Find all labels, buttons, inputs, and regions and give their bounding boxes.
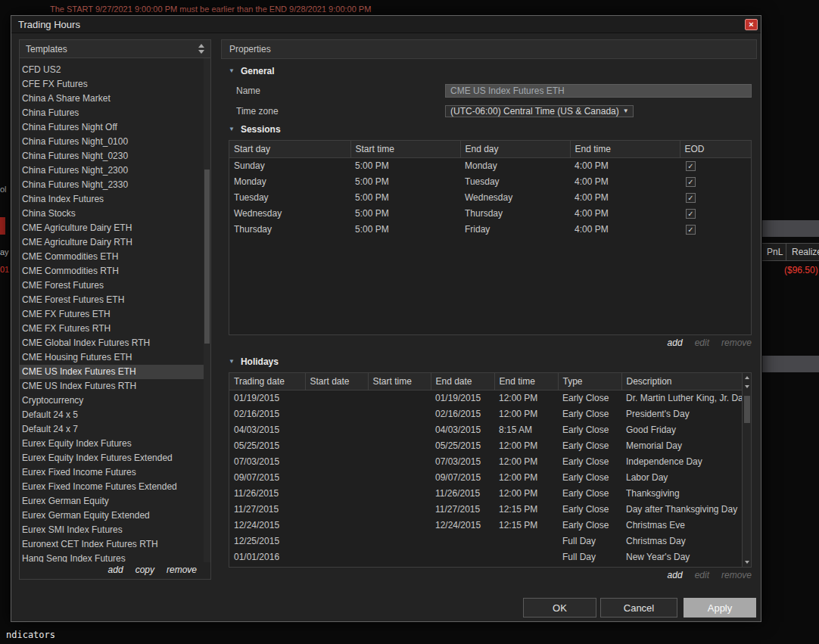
template-item[interactable]: CME Forest Futures xyxy=(20,278,210,293)
holiday-row[interactable]: 09/07/201509/07/201512:00 PMEarly CloseL… xyxy=(229,469,743,485)
template-item[interactable]: Default 24 x 5 xyxy=(20,408,210,422)
sessions-section-header[interactable]: ▼ Sessions xyxy=(229,124,757,135)
templates-spinner[interactable] xyxy=(198,44,206,54)
indicators-tab[interactable]: ndicators xyxy=(6,630,55,640)
template-item[interactable]: CME US Index Futures ETH xyxy=(20,365,210,379)
template-item[interactable]: CME Commodities RTH xyxy=(20,264,210,278)
dialog-titlebar[interactable]: Trading Hours xyxy=(11,16,761,33)
template-item[interactable]: CME Agriculture Dairy RTH xyxy=(20,235,210,250)
holidays-section-header[interactable]: ▼ Holidays xyxy=(229,356,757,367)
template-item[interactable]: Hang Seng Index Futures xyxy=(20,552,210,562)
template-item[interactable]: China Futures Night Off xyxy=(20,120,210,135)
holidays-edit-link: edit xyxy=(695,570,709,580)
sessions-section-label: Sessions xyxy=(241,124,281,135)
holiday-row[interactable]: 12/25/2015Full DayChristmas Day xyxy=(229,533,743,549)
holiday-row-column-header: Description xyxy=(621,373,743,390)
template-item[interactable]: Default 24 x 7 xyxy=(20,422,210,437)
scroll-down-icon[interactable] xyxy=(743,382,751,391)
template-item[interactable]: Eurex Fixed Income Futures xyxy=(20,465,210,480)
holidays-scrollbar-thumb[interactable] xyxy=(744,396,750,423)
template-item[interactable]: China Stocks xyxy=(20,207,210,221)
timezone-select[interactable]: (UTC-06:00) Central Time (US & Canada) ▼ xyxy=(445,105,634,117)
dialog-buttons: OK Cancel Apply xyxy=(523,598,756,618)
tpl-add-link[interactable]: add xyxy=(108,565,123,575)
template-item[interactable]: China Futures Night_2330 xyxy=(20,178,210,192)
background-panel-bar xyxy=(762,356,819,372)
template-item[interactable]: Eurex German Equity Extended xyxy=(20,509,210,523)
tpl-copy-link[interactable]: copy xyxy=(135,565,154,575)
eod-checkbox[interactable]: ✓ xyxy=(686,225,696,235)
template-item[interactable]: China Futures Night_0230 xyxy=(20,149,210,163)
templates-scrollbar[interactable] xyxy=(204,58,210,562)
holiday-row[interactable]: 11/26/201511/26/201512:00 PMEarly CloseT… xyxy=(229,485,743,501)
close-icon[interactable]: × xyxy=(745,19,758,30)
template-item[interactable]: CFD US2 xyxy=(20,63,210,77)
background-text-fragment: 01 xyxy=(0,265,10,274)
scroll-down-icon[interactable] xyxy=(743,558,751,567)
holiday-row[interactable]: 12/24/201512/24/201512:15 PMEarly CloseC… xyxy=(229,517,743,533)
template-item[interactable]: CME Agriculture Dairy ETH xyxy=(20,221,210,235)
holidays-scrollbar[interactable] xyxy=(742,373,751,567)
template-item[interactable]: China Futures Night_2300 xyxy=(20,163,210,178)
template-item[interactable]: Eurex SMI Index Futures xyxy=(20,523,210,537)
holiday-row[interactable]: 05/25/201505/25/201512:00 PMEarly CloseM… xyxy=(229,437,743,453)
template-item[interactable]: CME Global Index Futures RTH xyxy=(20,336,210,350)
holiday-row[interactable]: 11/27/201511/27/201512:15 PMEarly CloseD… xyxy=(229,501,743,517)
session-row[interactable]: Wednesday5:00 PMThursday4:00 PM✓ xyxy=(229,205,751,221)
holidays-add-link[interactable]: add xyxy=(668,570,683,580)
template-item[interactable]: China A Share Market xyxy=(20,92,210,106)
session-row[interactable]: Monday5:00 PMTuesday4:00 PM✓ xyxy=(229,173,751,189)
spin-down-icon[interactable] xyxy=(198,50,204,54)
collapse-arrow-icon[interactable]: ▼ xyxy=(229,126,235,132)
template-item[interactable]: CFE FX Futures xyxy=(20,77,210,92)
templates-header-label: Templates xyxy=(26,44,67,54)
eod-checkbox[interactable]: ✓ xyxy=(686,161,696,171)
holiday-row[interactable]: 04/03/201504/03/20158:15 AMEarly CloseGo… xyxy=(229,422,743,437)
spin-up-icon[interactable] xyxy=(198,44,204,48)
template-item[interactable]: Eurex Equity Index Futures xyxy=(20,437,210,451)
holiday-row[interactable]: 07/03/201507/03/201512:00 PMEarly CloseI… xyxy=(229,453,743,469)
dialog-title: Trading Hours xyxy=(18,19,80,30)
scroll-up-icon[interactable] xyxy=(743,373,751,382)
template-item[interactable]: CME Commodities ETH xyxy=(20,250,210,264)
template-item[interactable]: CME FX Futures RTH xyxy=(20,322,210,336)
template-item[interactable]: China Futures xyxy=(20,106,210,120)
chevron-down-icon: ▼ xyxy=(623,105,629,117)
session-row-column-header: Start time xyxy=(350,141,460,157)
holiday-row[interactable]: 01/01/2016Full DayNew Year's Day xyxy=(229,549,743,565)
holiday-row-column-header: Start time xyxy=(368,373,431,390)
session-row[interactable]: Sunday5:00 PMMonday4:00 PM✓ xyxy=(229,157,751,173)
session-row[interactable]: Thursday5:00 PMFriday4:00 PM✓ xyxy=(229,221,751,237)
general-section-header[interactable]: ▼ General xyxy=(229,66,757,76)
ok-button[interactable]: OK xyxy=(523,598,596,618)
sessions-table: Start dayStart timeEnd dayEnd timeEOD Su… xyxy=(229,141,751,237)
eod-checkbox[interactable]: ✓ xyxy=(686,193,696,203)
templates-list[interactable]: CFD US2CFE FX FuturesChina A Share Marke… xyxy=(20,58,210,562)
template-item[interactable]: CME Housing Futures ETH xyxy=(20,350,210,365)
template-item[interactable]: Cryptocurrency xyxy=(20,394,210,408)
template-item[interactable]: CME Forest Futures ETH xyxy=(20,293,210,307)
session-row-column-header: End time xyxy=(570,141,680,157)
eod-checkbox[interactable]: ✓ xyxy=(686,177,696,187)
template-item[interactable]: Euronext CET Index Futures RTH xyxy=(20,537,210,552)
template-item[interactable]: Eurex Equity Index Futures Extended xyxy=(20,451,210,465)
tpl-remove-link[interactable]: remove xyxy=(167,565,197,575)
template-item[interactable]: Eurex German Equity xyxy=(20,494,210,509)
collapse-arrow-icon[interactable]: ▼ xyxy=(229,68,235,74)
template-item[interactable]: Eurex Fixed Income Futures Extended xyxy=(20,480,210,494)
cancel-button[interactable]: Cancel xyxy=(600,598,677,618)
background-panel-bar xyxy=(762,220,819,237)
eod-checkbox[interactable]: ✓ xyxy=(686,209,696,219)
name-input[interactable] xyxy=(445,84,752,98)
template-item[interactable]: China Index Futures xyxy=(20,192,210,207)
template-item[interactable]: China Futures Night_0100 xyxy=(20,135,210,149)
holiday-row[interactable]: 01/19/201501/19/201512:00 PMEarly CloseD… xyxy=(229,390,743,406)
holiday-row[interactable]: 02/16/201502/16/201512:00 PMEarly CloseP… xyxy=(229,406,743,422)
templates-scrollbar-thumb[interactable] xyxy=(204,170,210,344)
template-item[interactable]: CME US Index Futures RTH xyxy=(20,379,210,394)
sessions-add-link[interactable]: add xyxy=(668,338,683,348)
collapse-arrow-icon[interactable]: ▼ xyxy=(229,359,235,365)
session-row[interactable]: Tuesday5:00 PMWednesday4:00 PM✓ xyxy=(229,189,751,205)
template-item[interactable]: CME FX Futures ETH xyxy=(20,307,210,322)
session-row-column-header: Start day xyxy=(229,141,350,157)
